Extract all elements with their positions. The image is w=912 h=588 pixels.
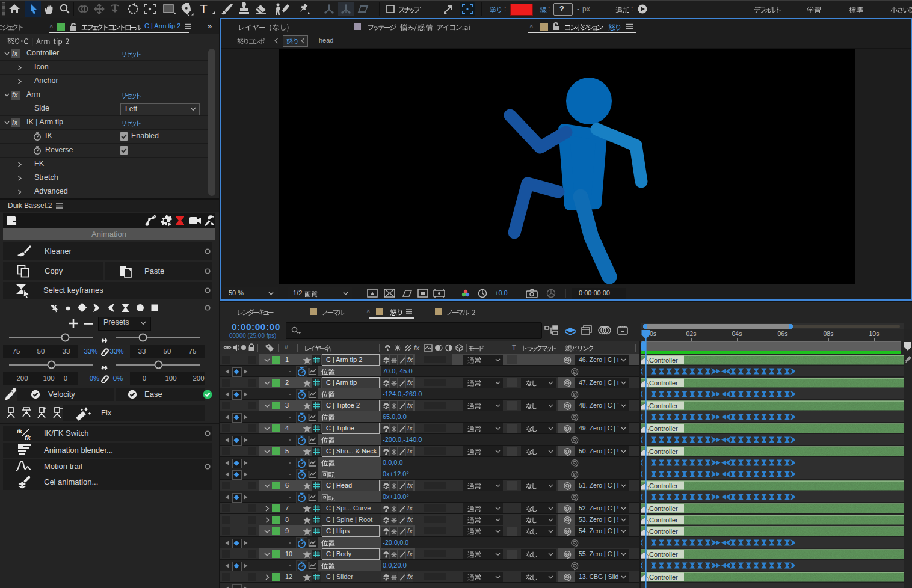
svg-text:Controller: Controller <box>649 425 678 432</box>
svg-text:Controller: Controller <box>649 357 678 364</box>
svg-text:Controller: Controller <box>649 379 678 387</box>
svg-text:Controller: Controller <box>649 574 678 581</box>
svg-text:ik: ik <box>17 427 23 435</box>
svg-text:fk: fk <box>25 434 31 441</box>
svg-text:Controller: Controller <box>649 448 678 455</box>
svg-text:Controller: Controller <box>649 516 678 524</box>
svg-text:Controller: Controller <box>649 402 678 409</box>
svg-text:Controller: Controller <box>649 482 678 489</box>
svg-text:Controller: Controller <box>649 528 678 535</box>
svg-text:Controller: Controller <box>649 505 678 512</box>
svg-text:Controller: Controller <box>649 551 678 558</box>
